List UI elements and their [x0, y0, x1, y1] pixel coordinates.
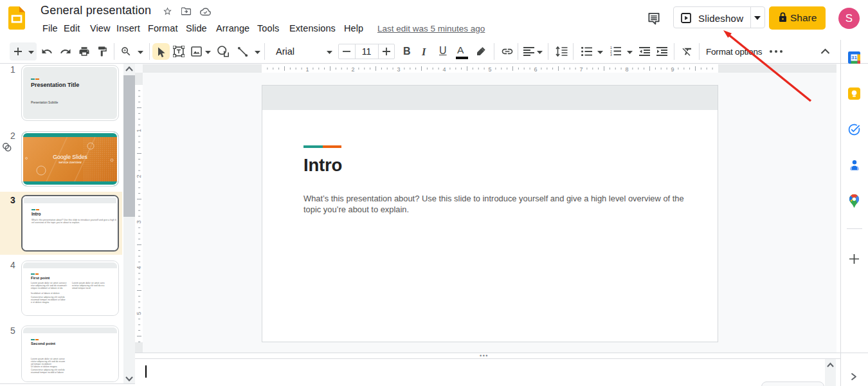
svg-text:31: 31 — [851, 55, 857, 60]
svg-text:2: 2 — [351, 66, 354, 73]
svg-text:6: 6 — [534, 66, 537, 73]
svg-text:9: 9 — [671, 66, 674, 73]
svg-text:5: 5 — [488, 66, 491, 73]
svg-text:8: 8 — [625, 66, 628, 73]
svg-text:1: 1 — [136, 129, 142, 132]
svg-text:2: 2 — [136, 174, 142, 178]
svg-text:3: 3 — [610, 53, 612, 56]
svg-text:3: 3 — [136, 220, 142, 223]
svg-text:4: 4 — [442, 66, 446, 73]
svg-text:7: 7 — [579, 66, 583, 73]
svg-text:1: 1 — [305, 66, 309, 73]
svg-text:4: 4 — [136, 266, 142, 269]
svg-text:5: 5 — [136, 311, 142, 315]
svg-text:3: 3 — [397, 66, 400, 73]
